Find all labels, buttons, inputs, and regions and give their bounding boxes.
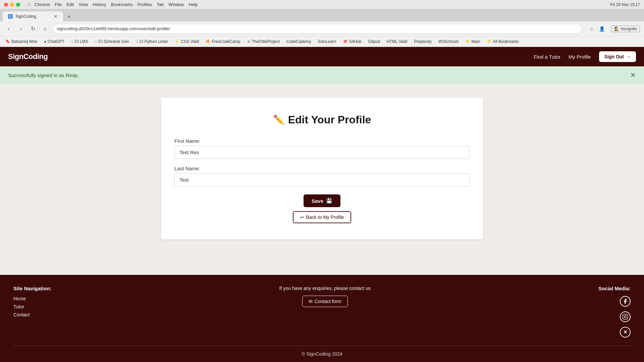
first-name-label: First Name: — [174, 138, 470, 144]
contact-form-label: Contact form — [315, 299, 341, 304]
mac-menu-file[interactable]: File — [55, 2, 62, 7]
sign-out-label: Sign Out — [604, 54, 624, 59]
bookmark-icon: ○ — [71, 40, 73, 44]
bookmark-html-valid[interactable]: HTML Valid — [384, 39, 410, 45]
copyright-text: © SignCoding 2024 — [302, 351, 342, 357]
twitter-x-icon[interactable]: ✕ — [620, 327, 631, 338]
mac-window-controls[interactable] — [4, 3, 20, 7]
footer: Site Navigation: Home Tutor Contact If y… — [0, 275, 644, 362]
back-to-profile-button[interactable]: ↩ Back to My Profile — [293, 211, 352, 223]
facebook-icon[interactable] — [620, 296, 631, 307]
edit-profile-card: ✏️ Edit Your Profile First Name: Last Na… — [161, 98, 483, 239]
bookmark-star-icon[interactable]: ☆ — [588, 25, 596, 33]
footer-nav-tutor[interactable]: Tutor — [13, 304, 51, 309]
reload-button[interactable]: ↻ — [28, 24, 38, 34]
tab-title: SignCoding — [15, 14, 36, 19]
bookmark-chatgpt[interactable]: ●ChatGPT — [41, 39, 67, 45]
bookmarks-bar: 🔖Balsamiq Wire ●ChatGPT ○CI LMS ○CI Sche… — [0, 36, 644, 47]
contact-form-button[interactable]: ✉ Contact form — [302, 296, 348, 307]
bookmark-freecodecamp[interactable]: 🔥FreeCodeCamp — [203, 39, 243, 45]
flash-message: Successfully signed in as Resp. ✕ — [0, 66, 644, 84]
flash-close-button[interactable]: ✕ — [630, 71, 636, 79]
tab-favicon: S — [8, 14, 13, 19]
bookmark-ci-python[interactable]: ○CI Python Linter — [133, 39, 171, 45]
bookmark-sololearn[interactable]: SoloLearn — [315, 39, 339, 45]
save-button[interactable]: Save 💾 — [304, 194, 340, 207]
chrome-active-tab[interactable]: S SignCoding ✕ — [3, 11, 63, 21]
mac-os-bar:  Chrome File Edit View History Bookmark… — [0, 0, 644, 9]
footer-social: Social Media: ✕ — [598, 286, 631, 338]
mac-menu-edit[interactable]: Edit — [66, 2, 74, 7]
bookmark-icon: ○ — [136, 40, 138, 44]
tab-close-button[interactable]: ✕ — [54, 14, 58, 19]
first-name-group: First Name: — [174, 138, 470, 159]
back-nav-button[interactable]: ‹ — [4, 24, 13, 34]
bookmark-icon: ⚡ — [175, 39, 179, 44]
forward-nav-button[interactable]: › — [16, 24, 25, 34]
last-name-label: Last Name: — [174, 166, 470, 171]
footer-nav-list: Home Tutor Contact — [13, 296, 51, 317]
footer-enquiry-text: If you have any enquiries, please contac… — [279, 286, 371, 291]
bookmark-main[interactable]: 📁Main — [463, 39, 483, 45]
svg-rect-0 — [623, 314, 628, 319]
footer-nav: Site Navigation: Home Tutor Contact — [13, 286, 51, 320]
flash-text: Successfully signed in as Resp. — [8, 72, 79, 78]
mac-minimize-dot[interactable] — [10, 3, 14, 7]
github-icon: 🐙 — [343, 39, 347, 44]
sign-out-icon: → — [626, 54, 631, 59]
find-tutor-link[interactable]: Find a Tutor — [534, 54, 560, 60]
mac-bar-left:  Chrome File Edit View History Bookmark… — [4, 2, 198, 7]
bookmark-github[interactable]: 🐙GitHub — [340, 39, 364, 45]
footer-center: If you have any enquiries, please contac… — [279, 286, 371, 307]
save-icon: 💾 — [326, 198, 332, 204]
bookmark-ci-lms[interactable]: ○CI LMS — [68, 39, 91, 45]
mac-menu-tab[interactable]: Tab — [157, 2, 164, 7]
mac-bar-right: Fri 29 Nov 15:17 — [610, 2, 640, 7]
footer-bottom: © SignCoding 2024 — [13, 346, 631, 362]
mac-menu-chrome[interactable]: Chrome — [35, 2, 50, 7]
footer-nav-home[interactable]: Home — [13, 296, 51, 301]
bookmark-all[interactable]: 📁All Bookmarks — [484, 39, 522, 45]
mac-menu-history[interactable]: History — [93, 2, 106, 7]
address-bar-icons: ☆ 👤 — [588, 25, 606, 33]
bookmark-gitpod[interactable]: Gitpod — [365, 39, 382, 45]
mac-menu-view[interactable]: View — [78, 2, 88, 7]
app-logo[interactable]: SignCoding — [8, 52, 48, 61]
last-name-group: Last Name: — [174, 166, 470, 186]
last-name-input[interactable] — [174, 173, 470, 186]
bookmark-codecademy[interactable]: CodeCademy — [284, 39, 314, 45]
bookmark-icon: 🔖 — [5, 39, 10, 44]
sign-out-button[interactable]: Sign Out → — [599, 51, 636, 62]
bookmark-odin[interactable]: ⚔TheOdinProject — [245, 39, 282, 45]
back-label: Back to My Profile — [306, 215, 344, 220]
first-name-input[interactable] — [174, 146, 470, 159]
bookmark-perplexity[interactable]: Perplexity — [411, 39, 434, 45]
instagram-icon[interactable] — [620, 311, 631, 322]
bookmark-css-valid[interactable]: ⚡CSS Valid — [172, 39, 202, 45]
mac-menu-profiles[interactable]: Profiles — [138, 2, 152, 7]
profile-icon[interactable]: 👤 — [598, 25, 606, 33]
new-tab-button[interactable]: + — [64, 12, 74, 21]
mac-menu-window[interactable]: Window — [168, 2, 184, 7]
bookmark-balsamiq[interactable]: 🔖Balsamiq Wire — [3, 39, 40, 45]
chrome-tab-bar: S SignCoding ✕ + — [0, 9, 644, 21]
footer-nav-contact[interactable]: Contact — [13, 312, 51, 317]
mac-menu-help[interactable]: Help — [189, 2, 198, 7]
pencil-icon: ✏️ — [273, 114, 285, 125]
incognito-button[interactable]: 🕵 Incognito — [611, 25, 640, 32]
footer-main: Site Navigation: Home Tutor Contact If y… — [13, 286, 631, 346]
bookmark-ci-schedule[interactable]: ○CI Schedule Gen — [92, 39, 132, 45]
mac-maximize-dot[interactable] — [16, 3, 20, 7]
bookmark-w3schools[interactable]: W3Schools — [436, 39, 462, 45]
mac-menu-apple[interactable]:  — [28, 2, 30, 7]
page-title: ✏️ Edit Your Profile — [174, 114, 470, 126]
incognito-icon: 🕵 — [614, 26, 619, 31]
home-button[interactable]: ⌂ — [40, 24, 50, 34]
bookmark-icon: ⚔ — [247, 39, 251, 44]
app-navbar: SignCoding Find a Tutor My Profile Sign … — [0, 47, 644, 66]
mac-close-dot[interactable] — [4, 3, 8, 7]
my-profile-link[interactable]: My Profile — [569, 54, 591, 60]
back-icon: ↩ — [300, 215, 304, 220]
mac-menu-bookmarks[interactable]: Bookmarks — [111, 2, 133, 7]
address-input[interactable]: signcoding-d529cc1ebf99.herokuapp.com/us… — [52, 24, 582, 34]
